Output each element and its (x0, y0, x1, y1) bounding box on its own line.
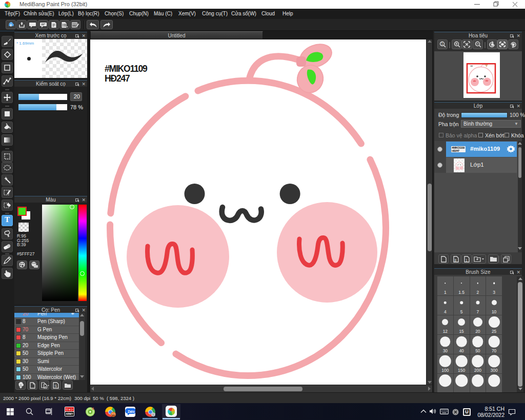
svg-text:1: 1 (441, 42, 443, 46)
svg-text:Zalo: Zalo (128, 410, 134, 413)
svg-text:#MIKO1109: #MIKO1109 (105, 64, 148, 74)
svg-text:HĐ247: HĐ247 (105, 73, 130, 84)
svg-text:8: 8 (455, 258, 457, 262)
svg-text:S: S (54, 384, 57, 388)
svg-text:1: 1 (466, 258, 468, 262)
